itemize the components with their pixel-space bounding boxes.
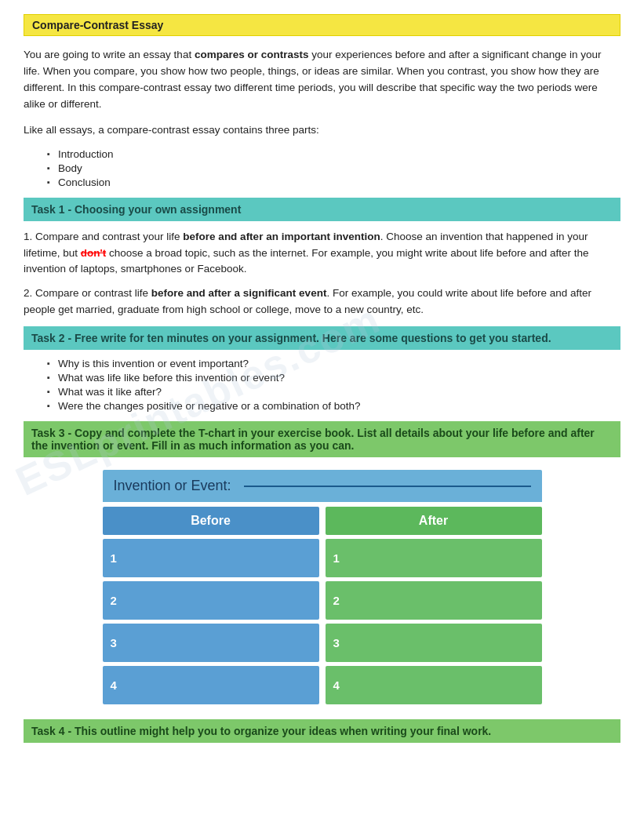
task2-bullet-4: Were the changes positive or negative or… <box>47 400 620 412</box>
tchart-header-line <box>244 486 531 487</box>
task1-item2: 2. Compare or contrast life before and a… <box>24 286 620 318</box>
task2-section: Why is this invention or event important… <box>24 358 620 412</box>
task3-bar: Task 3 - Copy and complete the T-chart i… <box>24 421 620 457</box>
tchart-after-row-3: 3 <box>326 624 542 662</box>
tchart-before-row-2: 2 <box>103 581 319 620</box>
tchart-after-col: After 1 2 3 4 <box>326 507 542 708</box>
title-bar: Compare-Contrast Essay <box>24 14 620 36</box>
tchart-columns: Before 1 2 3 4 After 1 2 3 4 <box>103 507 542 708</box>
tchart-after-row-4: 4 <box>326 666 542 704</box>
tchart-wrapper: Invention or Event: Before 1 2 3 4 After… <box>103 470 542 708</box>
tchart-before-col: Before 1 2 3 4 <box>103 507 319 708</box>
tchart-after-row-1: 1 <box>326 539 542 577</box>
task2-bullet-2: What was life like before this invention… <box>47 372 620 384</box>
title-text: Compare-Contrast Essay <box>32 19 163 31</box>
tchart-header-label: Invention or Event: <box>114 478 231 494</box>
task2-bullet-1: Why is this invention or event important… <box>47 358 620 369</box>
task2-bullet-list: Why is this invention or event important… <box>47 358 620 412</box>
task1-bar: Task 1 - Choosing your own assignment <box>24 198 620 221</box>
bold-compares: compares or contrasts <box>195 49 309 60</box>
tchart-after-row-2: 2 <box>326 581 542 620</box>
task1-bold1: before and after an important invention <box>183 231 380 242</box>
bullet-introduction: Introduction <box>47 148 620 160</box>
tchart-before-row-4: 4 <box>103 666 319 704</box>
task2-bar: Task 2 - Free write for ten minutes on y… <box>24 326 620 350</box>
intro-bullet-list: Introduction Body Conclusion <box>47 148 620 188</box>
intro-paragraph2: Like all essays, a compare-contrast essa… <box>24 122 620 139</box>
task2-bullet-3: What was it like after? <box>47 386 620 398</box>
bullet-conclusion: Conclusion <box>47 176 620 188</box>
tchart-before-header: Before <box>103 507 319 535</box>
task4-bar: Task 4 - This outline might help you to … <box>24 719 620 743</box>
intro-section: You are going to write an essay that com… <box>24 47 620 188</box>
tchart-before-row-3: 3 <box>103 624 319 662</box>
task1-section: 1. Compare and contrast your life before… <box>24 229 620 319</box>
tchart-header-row: Invention or Event: <box>103 470 542 502</box>
tchart-after-header: After <box>326 507 542 535</box>
dont-text: don't <box>81 247 106 259</box>
intro-paragraph1: You are going to write an essay that com… <box>24 47 620 113</box>
task1-bold2: before and after a significant event <box>151 287 327 299</box>
task1-item1: 1. Compare and contrast your life before… <box>24 229 620 278</box>
tchart-before-row-1: 1 <box>103 539 319 577</box>
bullet-body: Body <box>47 162 620 174</box>
